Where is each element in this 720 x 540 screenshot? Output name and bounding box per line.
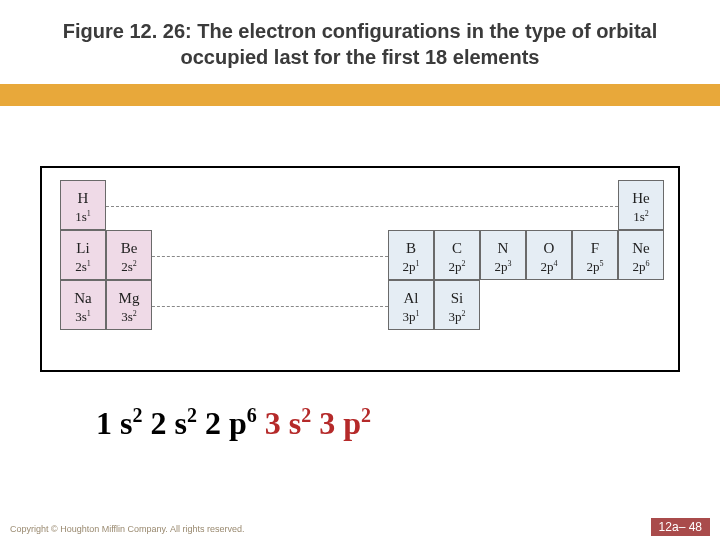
cell-li: Li 2s1 [60, 230, 106, 280]
cell-ne: Ne 2p6 [618, 230, 664, 280]
title-text: Figure 12. 26: The electron configuratio… [63, 20, 658, 68]
cell-b: B 2p1 [388, 230, 434, 280]
cell-h: H 1s1 [60, 180, 106, 230]
config: 3s2 [121, 310, 137, 323]
symbol: He [632, 191, 650, 206]
symbol: Na [74, 291, 92, 306]
cell-al: Al 3p1 [388, 280, 434, 330]
config: 1s2 [633, 210, 649, 223]
config: 2p6 [633, 260, 650, 273]
symbol: Mg [119, 291, 140, 306]
symbol: Li [76, 241, 89, 256]
symbol: H [78, 191, 89, 206]
electron-config-text: 1 s2 2 s2 2 p6 3 s2 3 p2 [96, 404, 371, 442]
cell-si: Si 3p2 [434, 280, 480, 330]
symbol: Be [121, 241, 138, 256]
cell-c: C 2p2 [434, 230, 480, 280]
cell-he: He 1s2 [618, 180, 664, 230]
symbol: N [498, 241, 509, 256]
config: 1s1 [75, 210, 91, 223]
slide: Figure 12. 26: The electron configuratio… [0, 0, 720, 540]
cell-na: Na 3s1 [60, 280, 106, 330]
config: 2p3 [495, 260, 512, 273]
periodic-diagram: H 1s1 He 1s2 Li 2s1 Be 2s2 B 2p1 C 2p2 N… [40, 166, 680, 372]
page-number: 12a– 48 [651, 518, 710, 536]
accent-bar [0, 84, 720, 106]
config: 2p2 [449, 260, 466, 273]
dashed-line [152, 306, 388, 307]
symbol: F [591, 241, 599, 256]
config: 3p1 [403, 310, 420, 323]
cell-n: N 2p3 [480, 230, 526, 280]
copyright-text: Copyright © Houghton Mifflin Company. Al… [10, 524, 244, 534]
symbol: Ne [632, 241, 650, 256]
config: 2p4 [541, 260, 558, 273]
cell-mg: Mg 3s2 [106, 280, 152, 330]
symbol: C [452, 241, 462, 256]
cell-f: F 2p5 [572, 230, 618, 280]
config: 3p2 [449, 310, 466, 323]
config: 2p1 [403, 260, 420, 273]
config: 2s1 [75, 260, 91, 273]
figure-title: Figure 12. 26: The electron configuratio… [0, 0, 720, 84]
dashed-line [106, 206, 618, 207]
cell-be: Be 2s2 [106, 230, 152, 280]
dashed-line [152, 256, 388, 257]
config: 2s2 [121, 260, 137, 273]
symbol: O [544, 241, 555, 256]
cell-o: O 2p4 [526, 230, 572, 280]
config: 3s1 [75, 310, 91, 323]
symbol: Al [404, 291, 419, 306]
symbol: B [406, 241, 416, 256]
symbol: Si [451, 291, 464, 306]
config: 2p5 [587, 260, 604, 273]
footer: Copyright © Houghton Mifflin Company. Al… [0, 516, 720, 540]
